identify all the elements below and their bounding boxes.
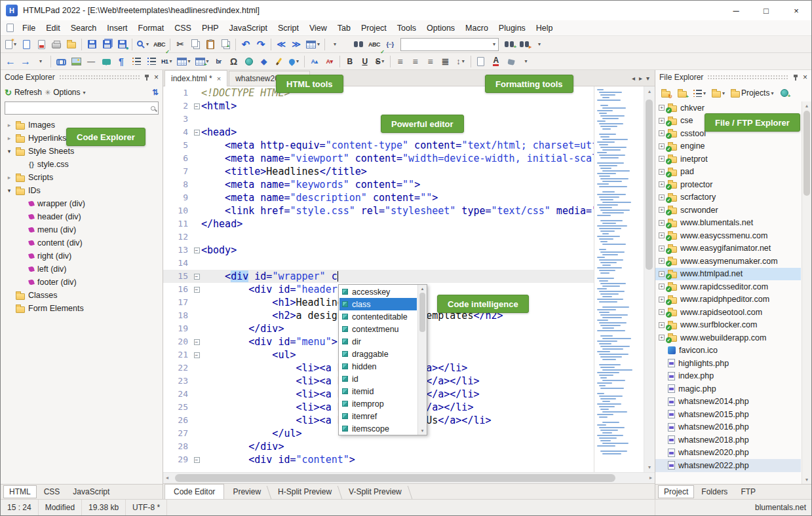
menu-format[interactable]: Format <box>133 22 170 35</box>
menu-options[interactable]: Options <box>421 22 460 35</box>
code-explorer-search-input[interactable] <box>5 101 159 115</box>
dropdown-arrow-icon[interactable]: ▾ <box>170 58 172 64</box>
tree-item-style-css[interactable]: style.css <box>1 158 163 171</box>
folder-item-scrwonder[interactable]: +✓scrwonder <box>655 204 801 217</box>
chevron-right-icon[interactable]: ▸ <box>6 135 12 141</box>
menu-javascript[interactable]: JavaScript <box>224 22 273 35</box>
fold-marker-icon[interactable]: − <box>194 130 200 136</box>
autocomplete-scroll-thumb[interactable] <box>419 293 425 332</box>
spell-check-button[interactable]: ABC✓ <box>151 37 167 52</box>
expand-icon[interactable]: + <box>659 181 665 187</box>
dropdown-arrow-icon[interactable]: ▾ <box>317 41 320 47</box>
autocomplete-item-hidden[interactable]: hidden <box>339 360 417 373</box>
clipboard-history-button[interactable]: + <box>218 37 233 52</box>
add-site-button[interactable]: + <box>777 85 792 101</box>
heading-button[interactable]: H1▾ <box>159 54 174 69</box>
code-text[interactable]: <div id="wrapper" c <box>201 270 594 283</box>
expand-icon[interactable]: + <box>659 258 665 264</box>
mode-tab-h-split-preview[interactable]: H-Split Preview <box>269 484 340 499</box>
menu-php[interactable]: PHP <box>197 22 224 35</box>
numbered-list-button[interactable] <box>144 54 159 69</box>
menu-macro[interactable]: Macro <box>460 22 493 35</box>
code-text[interactable]: <meta name="keywords" content=""> <box>201 178 594 191</box>
code-line-28[interactable]: 28 </div> <box>163 440 594 453</box>
fold-marker-icon[interactable]: − <box>194 103 200 109</box>
folder-item-www-htmlpad-net[interactable]: +✓www.htmlpad.net <box>655 268 801 281</box>
file-item-whatsnew2016-php[interactable]: whatsnew2016.php <box>655 421 801 434</box>
folder-item-www-rapidcsseditor-com[interactable]: +✓www.rapidcsseditor.com <box>655 280 801 293</box>
navigate-options-button[interactable]: ▾ <box>33 54 48 69</box>
tree-item-footer-div[interactable]: footer (div) <box>1 276 163 289</box>
code-line-4[interactable]: 4−<head> <box>163 126 594 139</box>
tree-item-style-sheets[interactable]: ▾Style Sheets <box>1 145 163 158</box>
options-dropdown-icon[interactable]: ▾ <box>83 90 86 96</box>
new-folder-button[interactable]: + <box>675 85 689 101</box>
scroll-down-icon[interactable]: ▾ <box>644 464 655 470</box>
align-justify-button[interactable]: ≣ <box>438 54 453 69</box>
scroll-down-icon[interactable]: ▾ <box>418 428 427 433</box>
tree-item-content-div[interactable]: content (div) <box>1 236 163 249</box>
autocomplete-item-id[interactable]: id <box>339 373 417 385</box>
file-explorer-scroll-thumb[interactable] <box>803 111 810 196</box>
tree-item-header-div[interactable]: header (div) <box>1 210 163 223</box>
expand-icon[interactable]: + <box>659 169 665 175</box>
folder-item-scrfactory[interactable]: +✓scrfactory <box>655 191 801 204</box>
print-button[interactable] <box>49 37 64 52</box>
view-tab-html[interactable]: HTML <box>3 485 37 498</box>
code-line-9[interactable]: 9 <meta name="description" content=""> <box>163 191 594 204</box>
chevron-down-icon[interactable]: ▾ <box>6 187 12 194</box>
autocomplete-item-itemid[interactable]: itemid <box>339 385 417 397</box>
vertical-scrollbar[interactable]: ▴ ▾ <box>644 86 655 472</box>
scroll-up-icon[interactable]: ▴ <box>418 286 427 291</box>
open-template-button[interactable] <box>34 37 48 52</box>
autocomplete-item-itemref[interactable]: itemref <box>339 410 417 422</box>
expand-icon[interactable]: + <box>659 156 665 162</box>
search-icon[interactable] <box>151 106 155 111</box>
save-all-button[interactable] <box>100 37 114 52</box>
cut-button[interactable]: ✂ <box>173 37 187 52</box>
navigate-forward-button[interactable]: → <box>18 54 33 69</box>
expand-icon[interactable]: + <box>659 335 665 341</box>
insert-image-button[interactable] <box>69 54 83 69</box>
code-line-8[interactable]: 8 <meta name="keywords" content=""> <box>163 178 594 191</box>
indent-button[interactable]: ≫ <box>289 37 303 52</box>
close-button[interactable]: × <box>781 1 811 20</box>
fold-marker-icon[interactable]: − <box>194 457 200 463</box>
bullet-list-button[interactable] <box>129 54 144 69</box>
code-text[interactable]: </head> <box>201 217 594 230</box>
explorer-tab-ftp[interactable]: FTP <box>735 485 762 498</box>
options-button[interactable]: Options <box>53 88 80 97</box>
mode-tab-v-split-preview[interactable]: V-Split Preview <box>340 484 410 499</box>
copy-button[interactable] <box>188 37 203 52</box>
code-text[interactable]: <body> <box>201 244 594 257</box>
open-folder-button[interactable] <box>64 37 79 52</box>
underline-button[interactable]: U <box>358 54 372 69</box>
fill-color-button[interactable] <box>504 54 518 69</box>
autocomplete-item-itemscope[interactable]: itemscope <box>339 422 417 435</box>
find-button[interactable] <box>351 37 366 52</box>
scroll-tabs-right-button[interactable]: ▸ <box>639 75 642 82</box>
navigate-back-button[interactable]: ← <box>3 54 18 69</box>
tab-list-button[interactable]: ▾ <box>646 75 649 82</box>
decrease-font-button[interactable]: A▾ <box>322 54 337 69</box>
tree-item-left-div[interactable]: left (div) <box>1 263 163 276</box>
search-button[interactable]: ▾ <box>135 37 151 52</box>
menu-view[interactable]: View <box>304 22 332 35</box>
file-item-whatsnew2022-php[interactable]: whatsnew2022.php <box>655 459 801 472</box>
folder-item-www-rapidseotool-com[interactable]: +✓www.rapidseotool.com <box>655 306 801 319</box>
fold-marker-icon[interactable]: − <box>194 352 200 358</box>
code-line-13[interactable]: 13−<body> <box>163 244 594 257</box>
menu-css[interactable]: CSS <box>169 22 197 35</box>
tree-item-ids[interactable]: ▾IDs <box>1 184 163 197</box>
code-line-3[interactable]: 3 <box>163 113 594 126</box>
dropdown-arrow-icon[interactable]: ▾ <box>146 41 149 47</box>
line-spacing-button[interactable]: ↕▾ <box>454 54 468 69</box>
folder-item-www-easycssmenu-com[interactable]: +✓www.easycssmenu.com <box>655 229 801 242</box>
special-char-button[interactable]: Ω <box>227 54 241 69</box>
expand-icon[interactable]: + <box>659 207 665 213</box>
folder-item-chkver[interactable]: +✓chkver <box>655 101 801 115</box>
fold-marker-icon[interactable]: − <box>194 339 200 345</box>
folder-item-protector[interactable]: +✓protector <box>655 178 801 191</box>
file-explorer-scrollbar[interactable]: ▴ ▾ <box>802 101 811 484</box>
dropdown-arrow-icon[interactable]: ▾ <box>771 90 773 96</box>
